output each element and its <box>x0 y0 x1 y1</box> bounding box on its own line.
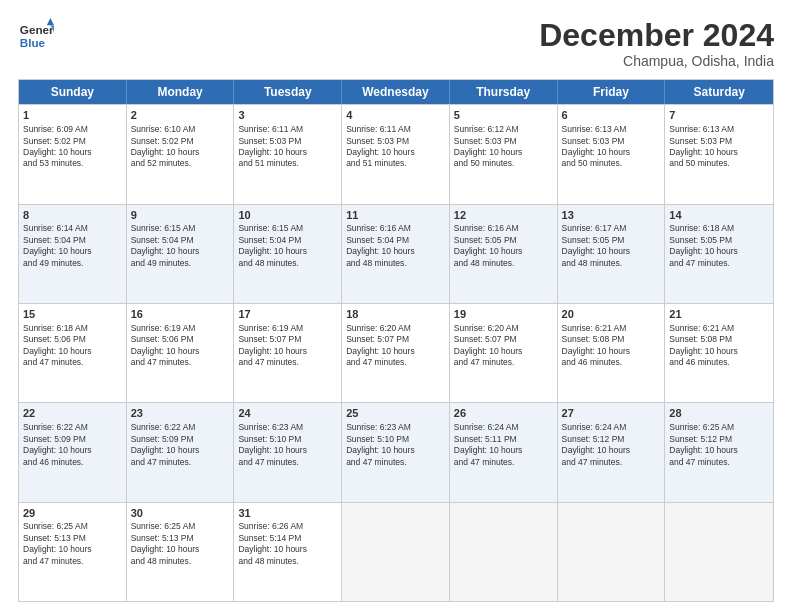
cal-cell-day-26: 26Sunrise: 6:24 AM Sunset: 5:11 PM Dayli… <box>450 403 558 501</box>
day-info: Sunrise: 6:24 AM Sunset: 5:12 PM Dayligh… <box>562 422 631 466</box>
cal-cell-empty <box>342 503 450 601</box>
cal-cell-day-6: 6Sunrise: 6:13 AM Sunset: 5:03 PM Daylig… <box>558 105 666 203</box>
cal-cell-empty <box>558 503 666 601</box>
month-title: December 2024 <box>539 18 774 53</box>
day-info: Sunrise: 6:21 AM Sunset: 5:08 PM Dayligh… <box>669 323 738 367</box>
cal-row-1: 8Sunrise: 6:14 AM Sunset: 5:04 PM Daylig… <box>19 204 773 303</box>
day-number: 3 <box>238 108 337 123</box>
cal-cell-day-28: 28Sunrise: 6:25 AM Sunset: 5:12 PM Dayli… <box>665 403 773 501</box>
cal-cell-day-11: 11Sunrise: 6:16 AM Sunset: 5:04 PM Dayli… <box>342 205 450 303</box>
day-info: Sunrise: 6:13 AM Sunset: 5:03 PM Dayligh… <box>669 124 738 168</box>
day-number: 21 <box>669 307 769 322</box>
day-number: 15 <box>23 307 122 322</box>
day-info: Sunrise: 6:18 AM Sunset: 5:05 PM Dayligh… <box>669 223 738 267</box>
day-info: Sunrise: 6:26 AM Sunset: 5:14 PM Dayligh… <box>238 521 307 565</box>
cal-cell-day-9: 9Sunrise: 6:15 AM Sunset: 5:04 PM Daylig… <box>127 205 235 303</box>
weekday-header-saturday: Saturday <box>665 80 773 104</box>
day-number: 29 <box>23 506 122 521</box>
cal-cell-day-7: 7Sunrise: 6:13 AM Sunset: 5:03 PM Daylig… <box>665 105 773 203</box>
day-number: 31 <box>238 506 337 521</box>
cal-cell-day-17: 17Sunrise: 6:19 AM Sunset: 5:07 PM Dayli… <box>234 304 342 402</box>
cal-cell-day-14: 14Sunrise: 6:18 AM Sunset: 5:05 PM Dayli… <box>665 205 773 303</box>
day-info: Sunrise: 6:09 AM Sunset: 5:02 PM Dayligh… <box>23 124 92 168</box>
day-number: 17 <box>238 307 337 322</box>
day-info: Sunrise: 6:25 AM Sunset: 5:12 PM Dayligh… <box>669 422 738 466</box>
day-number: 26 <box>454 406 553 421</box>
calendar-header: SundayMondayTuesdayWednesdayThursdayFrid… <box>19 80 773 104</box>
weekday-header-tuesday: Tuesday <box>234 80 342 104</box>
cal-cell-day-12: 12Sunrise: 6:16 AM Sunset: 5:05 PM Dayli… <box>450 205 558 303</box>
day-number: 19 <box>454 307 553 322</box>
day-info: Sunrise: 6:11 AM Sunset: 5:03 PM Dayligh… <box>238 124 307 168</box>
cal-row-3: 22Sunrise: 6:22 AM Sunset: 5:09 PM Dayli… <box>19 402 773 501</box>
day-number: 27 <box>562 406 661 421</box>
day-info: Sunrise: 6:14 AM Sunset: 5:04 PM Dayligh… <box>23 223 92 267</box>
day-number: 4 <box>346 108 445 123</box>
cal-cell-day-3: 3Sunrise: 6:11 AM Sunset: 5:03 PM Daylig… <box>234 105 342 203</box>
day-number: 14 <box>669 208 769 223</box>
day-number: 16 <box>131 307 230 322</box>
day-info: Sunrise: 6:25 AM Sunset: 5:13 PM Dayligh… <box>23 521 92 565</box>
weekday-header-thursday: Thursday <box>450 80 558 104</box>
cal-cell-day-15: 15Sunrise: 6:18 AM Sunset: 5:06 PM Dayli… <box>19 304 127 402</box>
title-block: December 2024 Champua, Odisha, India <box>539 18 774 69</box>
day-info: Sunrise: 6:11 AM Sunset: 5:03 PM Dayligh… <box>346 124 415 168</box>
cal-row-0: 1Sunrise: 6:09 AM Sunset: 5:02 PM Daylig… <box>19 104 773 203</box>
day-info: Sunrise: 6:18 AM Sunset: 5:06 PM Dayligh… <box>23 323 92 367</box>
day-number: 9 <box>131 208 230 223</box>
cal-cell-day-10: 10Sunrise: 6:15 AM Sunset: 5:04 PM Dayli… <box>234 205 342 303</box>
cal-cell-day-20: 20Sunrise: 6:21 AM Sunset: 5:08 PM Dayli… <box>558 304 666 402</box>
day-info: Sunrise: 6:16 AM Sunset: 5:04 PM Dayligh… <box>346 223 415 267</box>
day-number: 8 <box>23 208 122 223</box>
weekday-header-friday: Friday <box>558 80 666 104</box>
day-info: Sunrise: 6:19 AM Sunset: 5:07 PM Dayligh… <box>238 323 307 367</box>
day-info: Sunrise: 6:17 AM Sunset: 5:05 PM Dayligh… <box>562 223 631 267</box>
cal-cell-day-31: 31Sunrise: 6:26 AM Sunset: 5:14 PM Dayli… <box>234 503 342 601</box>
weekday-header-sunday: Sunday <box>19 80 127 104</box>
day-number: 24 <box>238 406 337 421</box>
svg-text:Blue: Blue <box>20 36 46 49</box>
cal-cell-day-30: 30Sunrise: 6:25 AM Sunset: 5:13 PM Dayli… <box>127 503 235 601</box>
day-number: 22 <box>23 406 122 421</box>
day-info: Sunrise: 6:12 AM Sunset: 5:03 PM Dayligh… <box>454 124 523 168</box>
day-number: 1 <box>23 108 122 123</box>
cal-cell-day-1: 1Sunrise: 6:09 AM Sunset: 5:02 PM Daylig… <box>19 105 127 203</box>
day-info: Sunrise: 6:13 AM Sunset: 5:03 PM Dayligh… <box>562 124 631 168</box>
generalblue-logo-icon: General Blue <box>18 18 54 54</box>
cal-row-4: 29Sunrise: 6:25 AM Sunset: 5:13 PM Dayli… <box>19 502 773 601</box>
cal-cell-day-22: 22Sunrise: 6:22 AM Sunset: 5:09 PM Dayli… <box>19 403 127 501</box>
page: General Blue December 2024 Champua, Odis… <box>0 0 792 612</box>
day-info: Sunrise: 6:22 AM Sunset: 5:09 PM Dayligh… <box>131 422 200 466</box>
day-info: Sunrise: 6:21 AM Sunset: 5:08 PM Dayligh… <box>562 323 631 367</box>
cal-cell-day-16: 16Sunrise: 6:19 AM Sunset: 5:06 PM Dayli… <box>127 304 235 402</box>
day-info: Sunrise: 6:16 AM Sunset: 5:05 PM Dayligh… <box>454 223 523 267</box>
svg-marker-2 <box>47 18 54 25</box>
day-info: Sunrise: 6:19 AM Sunset: 5:06 PM Dayligh… <box>131 323 200 367</box>
day-number: 5 <box>454 108 553 123</box>
day-number: 30 <box>131 506 230 521</box>
cal-cell-day-18: 18Sunrise: 6:20 AM Sunset: 5:07 PM Dayli… <box>342 304 450 402</box>
cal-cell-empty <box>665 503 773 601</box>
day-number: 13 <box>562 208 661 223</box>
calendar-body: 1Sunrise: 6:09 AM Sunset: 5:02 PM Daylig… <box>19 104 773 601</box>
cal-cell-day-21: 21Sunrise: 6:21 AM Sunset: 5:08 PM Dayli… <box>665 304 773 402</box>
day-info: Sunrise: 6:22 AM Sunset: 5:09 PM Dayligh… <box>23 422 92 466</box>
day-number: 25 <box>346 406 445 421</box>
day-info: Sunrise: 6:10 AM Sunset: 5:02 PM Dayligh… <box>131 124 200 168</box>
location: Champua, Odisha, India <box>539 53 774 69</box>
cal-cell-day-25: 25Sunrise: 6:23 AM Sunset: 5:10 PM Dayli… <box>342 403 450 501</box>
cal-row-2: 15Sunrise: 6:18 AM Sunset: 5:06 PM Dayli… <box>19 303 773 402</box>
day-info: Sunrise: 6:24 AM Sunset: 5:11 PM Dayligh… <box>454 422 523 466</box>
cal-cell-day-24: 24Sunrise: 6:23 AM Sunset: 5:10 PM Dayli… <box>234 403 342 501</box>
cal-cell-day-23: 23Sunrise: 6:22 AM Sunset: 5:09 PM Dayli… <box>127 403 235 501</box>
day-info: Sunrise: 6:23 AM Sunset: 5:10 PM Dayligh… <box>346 422 415 466</box>
cal-cell-day-27: 27Sunrise: 6:24 AM Sunset: 5:12 PM Dayli… <box>558 403 666 501</box>
day-number: 11 <box>346 208 445 223</box>
cal-cell-day-8: 8Sunrise: 6:14 AM Sunset: 5:04 PM Daylig… <box>19 205 127 303</box>
day-number: 10 <box>238 208 337 223</box>
day-number: 6 <box>562 108 661 123</box>
cal-cell-day-4: 4Sunrise: 6:11 AM Sunset: 5:03 PM Daylig… <box>342 105 450 203</box>
day-info: Sunrise: 6:23 AM Sunset: 5:10 PM Dayligh… <box>238 422 307 466</box>
cal-cell-day-2: 2Sunrise: 6:10 AM Sunset: 5:02 PM Daylig… <box>127 105 235 203</box>
cal-cell-empty <box>450 503 558 601</box>
